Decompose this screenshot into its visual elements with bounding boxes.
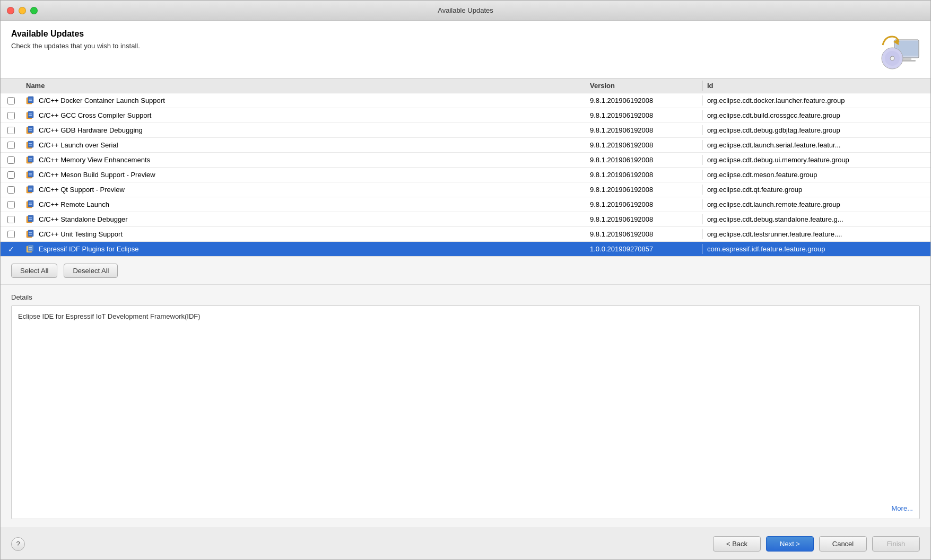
table-row[interactable]: C/C++ Remote Launch 9.8.1.201906192008 o…	[1, 197, 930, 212]
row-checkbox-8[interactable]	[1, 216, 22, 223]
finish-button[interactable]: Finish	[872, 536, 920, 552]
row-id-8: org.eclipse.cdt.debug.standalone.feature…	[702, 214, 930, 224]
row-name-5: C/C++ Meson Build Support - Preview	[22, 169, 586, 181]
svg-rect-19	[29, 130, 32, 131]
row-name-text-2: C/C++ GDB Hardware Debugging	[39, 126, 143, 134]
checkbox-1[interactable]	[7, 112, 15, 119]
row-checkbox-7[interactable]	[1, 201, 22, 208]
table-scroll[interactable]: C/C++ Docker Container Launch Support 9.…	[1, 93, 930, 257]
deselect-all-button[interactable]: Deselect All	[64, 264, 118, 278]
row-id-6: org.eclipse.cdt.qt.feature.group	[702, 185, 930, 195]
svg-rect-18	[29, 128, 32, 129]
table-row[interactable]: C/C++ Meson Build Support - Preview 9.8.…	[1, 168, 930, 182]
svg-rect-2	[902, 58, 911, 60]
plugin-icon-2	[26, 126, 36, 135]
checkbox-6[interactable]	[7, 186, 15, 194]
header-version-col: Version	[586, 81, 702, 91]
table-row[interactable]: C/C++ Qt Support - Preview 9.8.1.2019061…	[1, 182, 930, 197]
svg-rect-33	[28, 186, 33, 192]
checkbox-0[interactable]	[7, 97, 15, 104]
checkbox-4[interactable]	[7, 156, 15, 164]
maximize-button[interactable]	[30, 7, 38, 14]
table-row[interactable]: C/C++ Launch over Serial 9.8.1.201906192…	[1, 138, 930, 153]
plugin-icon-3	[26, 141, 36, 150]
details-section: Details Eclipse IDE for Espressif IoT De…	[1, 285, 930, 528]
row-name-text-8: C/C++ Standalone Debugger	[39, 215, 128, 223]
cancel-button[interactable]: Cancel	[819, 536, 867, 552]
checkbox-2[interactable]	[7, 127, 15, 134]
row-checkbox-6[interactable]	[1, 186, 22, 194]
bottom-bar: ? < Back Next > Cancel Finish	[1, 528, 930, 559]
row-checkbox-4[interactable]	[1, 156, 22, 164]
details-label: Details	[11, 293, 920, 301]
row-version-4: 9.8.1.201906192008	[586, 155, 702, 165]
plugin-icon-8	[26, 215, 36, 224]
row-name-10: Espressif IDF Plugins for Eclipse	[22, 243, 586, 255]
row-name-2: C/C++ GDB Hardware Debugging	[22, 125, 586, 136]
table-row[interactable]: C/C++ GDB Hardware Debugging 9.8.1.20190…	[1, 123, 930, 138]
row-name-text-4: C/C++ Memory View Enhancements	[39, 156, 150, 164]
close-button[interactable]	[7, 7, 14, 14]
more-link[interactable]: More...	[892, 504, 913, 512]
svg-rect-42	[29, 217, 32, 218]
svg-rect-26	[29, 158, 32, 159]
svg-rect-31	[29, 174, 32, 176]
checkbox-7[interactable]	[7, 201, 15, 208]
row-version-3: 9.8.1.201906192008	[586, 140, 702, 150]
checkbox-9[interactable]	[7, 231, 15, 238]
svg-rect-17	[28, 126, 33, 133]
row-checkbox-10[interactable]: ✓	[1, 245, 22, 253]
table-row[interactable]: C/C++ Unit Testing Support 9.8.1.2019061…	[1, 227, 930, 242]
svg-rect-46	[29, 232, 32, 233]
svg-rect-13	[28, 111, 33, 118]
plugin-icon-7	[26, 200, 36, 209]
svg-rect-10	[29, 99, 32, 100]
table-row[interactable]: C/C++ Docker Container Launch Support 9.…	[1, 93, 930, 108]
checkbox-8[interactable]	[7, 216, 15, 223]
back-button[interactable]: < Back	[713, 536, 761, 552]
checkbox-3[interactable]	[7, 142, 15, 149]
row-name-text-10: Espressif IDF Plugins for Eclipse	[39, 245, 139, 253]
row-name-text-1: C/C++ GCC Cross Compiler Support	[39, 111, 151, 119]
row-name-text-6: C/C++ Qt Support - Preview	[39, 186, 125, 194]
table-row[interactable]: C/C++ Memory View Enhancements 9.8.1.201…	[1, 153, 930, 168]
next-button[interactable]: Next >	[766, 536, 814, 552]
svg-rect-41	[28, 215, 33, 222]
row-checkbox-0[interactable]	[1, 97, 22, 104]
checkbox-5[interactable]	[7, 171, 15, 179]
details-box: Eclipse IDE for Espressif IoT Developmen…	[11, 305, 920, 519]
row-version-1: 9.8.1.201906192008	[586, 110, 702, 120]
svg-rect-51	[29, 249, 32, 250]
svg-rect-27	[29, 160, 32, 161]
bottom-left: ?	[11, 537, 25, 551]
row-name-1: C/C++ GCC Cross Compiler Support	[22, 110, 586, 121]
row-checkbox-2[interactable]	[1, 127, 22, 134]
minimize-button[interactable]	[19, 7, 26, 14]
window: Available Updates Available Updates Chec…	[0, 0, 931, 560]
row-checkbox-5[interactable]	[1, 171, 22, 179]
row-id-10: com.espressif.idf.feature.feature.group	[702, 244, 930, 254]
svg-rect-15	[29, 115, 32, 116]
row-name-0: C/C++ Docker Container Launch Support	[22, 95, 586, 107]
row-checkbox-9[interactable]	[1, 231, 22, 238]
svg-rect-23	[29, 145, 32, 146]
svg-rect-14	[29, 113, 32, 115]
svg-rect-47	[29, 234, 32, 235]
update-icon	[877, 29, 920, 72]
row-checkbox-3[interactable]	[1, 142, 22, 149]
svg-rect-29	[28, 171, 33, 177]
help-button[interactable]: ?	[11, 537, 25, 551]
row-name-text-7: C/C++ Remote Launch	[39, 200, 109, 208]
row-checkbox-1[interactable]	[1, 112, 22, 119]
row-id-4: org.eclipse.cdt.debug.ui.memory.feature.…	[702, 155, 930, 165]
table-row[interactable]: C/C++ GCC Cross Compiler Support 9.8.1.2…	[1, 108, 930, 123]
table-row[interactable]: C/C++ Standalone Debugger 9.8.1.20190619…	[1, 212, 930, 227]
row-version-6: 9.8.1.201906192008	[586, 185, 702, 195]
table-row-selected[interactable]: ✓ Espressif IDF Plugins for Eclipse 1.0.…	[1, 242, 930, 257]
row-version-8: 9.8.1.201906192008	[586, 214, 702, 224]
svg-rect-22	[29, 143, 32, 144]
svg-rect-21	[28, 141, 33, 147]
row-name-text-3: C/C++ Launch over Serial	[39, 141, 118, 149]
select-all-button[interactable]: Select All	[11, 264, 57, 278]
row-id-3: org.eclipse.cdt.launch.serial.feature.fe…	[702, 140, 930, 150]
